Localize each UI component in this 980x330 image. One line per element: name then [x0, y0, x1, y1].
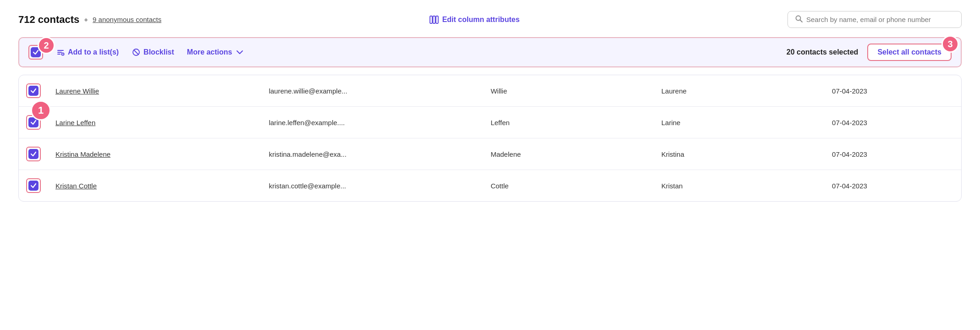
table-row: 1 Larine Leffen larine.leffen@example...…: [19, 107, 961, 138]
contacts-table: Laurene Willie laurene.willie@example...…: [19, 75, 961, 201]
contacts-table-wrapper: Laurene Willie laurene.willie@example...…: [18, 75, 962, 202]
contact-email: kristan.cottle@example...: [261, 170, 483, 202]
table-row: Laurene Willie laurene.willie@example...…: [19, 75, 961, 107]
header-left: 712 contacts + 9 anonymous contacts: [18, 14, 161, 26]
contacts-count: 712 contacts: [18, 14, 79, 26]
contact-firstname: Laurene: [654, 75, 825, 107]
contact-date: 07-04-2023: [825, 138, 961, 170]
contact-name[interactable]: Kristina Madelene: [48, 138, 261, 170]
contact-lastname: Willie: [483, 75, 654, 107]
svg-rect-6: [57, 52, 62, 53]
chevron-down-icon: [237, 48, 243, 56]
badge-3: 3: [941, 35, 959, 53]
badge-2: 2: [38, 37, 55, 54]
svg-line-4: [800, 20, 803, 22]
contact-lastname: Leffen: [483, 107, 654, 138]
add-to-list-label: Add to a list(s): [68, 48, 119, 56]
plus-separator: +: [84, 16, 88, 23]
svg-rect-5: [57, 50, 64, 51]
row-checkbox-highlight-0: [26, 83, 41, 98]
row-checkbox-cell: [19, 170, 48, 202]
svg-line-10: [134, 50, 139, 55]
toolbar-right: 20 contacts selected 3 Select all contac…: [787, 44, 952, 61]
add-to-list-icon: [56, 48, 65, 57]
select-all-checkbox-wrapper: 2: [28, 45, 43, 60]
row-checkbox-cell: [19, 138, 48, 170]
svg-rect-2: [436, 16, 438, 23]
row-checkbox-highlight-2: [26, 147, 41, 161]
svg-rect-0: [430, 16, 432, 23]
row-checkbox-cell: 1: [19, 107, 48, 138]
contact-name[interactable]: Kristan Cottle: [48, 170, 261, 202]
svg-rect-7: [57, 54, 61, 55]
contact-date: 07-04-2023: [825, 170, 961, 202]
more-actions-label: More actions: [187, 48, 232, 56]
table-row: Kristan Cottle kristan.cottle@example...…: [19, 170, 961, 202]
contact-email: larine.leffen@example....: [261, 107, 483, 138]
contact-name[interactable]: Laurene Willie: [48, 75, 261, 107]
contact-email: kristina.madelene@exa...: [261, 138, 483, 170]
contact-date: 07-04-2023: [825, 75, 961, 107]
contact-date: 07-04-2023: [825, 107, 961, 138]
search-icon: [795, 15, 803, 24]
contact-firstname: Larine: [654, 107, 825, 138]
selected-count: 20 contacts selected: [787, 48, 859, 56]
contact-firstname: Kristan: [654, 170, 825, 202]
row-checkbox-2[interactable]: [28, 149, 39, 159]
contact-name[interactable]: Larine Leffen: [48, 107, 261, 138]
search-input[interactable]: [806, 16, 954, 23]
contact-email: laurene.willie@example...: [261, 75, 483, 107]
blocklist-icon: [132, 48, 141, 57]
toolbar-row: 2: [18, 37, 962, 67]
anonymous-contacts-link[interactable]: 9 anonymous contacts: [93, 16, 161, 23]
contact-lastname: Cottle: [483, 170, 654, 202]
select-all-contacts-button[interactable]: Select all contacts: [867, 44, 952, 61]
table-row: Kristina Madelene kristina.madelene@exa.…: [19, 138, 961, 170]
edit-columns-label: Edit column attributes: [442, 16, 520, 24]
columns-icon: [429, 16, 439, 24]
toolbar-left: 2: [28, 45, 243, 60]
blocklist-button[interactable]: Blocklist: [132, 48, 174, 57]
blocklist-label: Blocklist: [143, 48, 174, 56]
row-checkbox-0[interactable]: [28, 86, 39, 96]
edit-columns-button[interactable]: Edit column attributes: [429, 16, 520, 24]
search-box[interactable]: [787, 11, 962, 28]
svg-rect-1: [433, 16, 435, 23]
header-row: 712 contacts + 9 anonymous contacts Edit…: [18, 11, 962, 28]
row-checkbox-3[interactable]: [28, 181, 39, 191]
contact-firstname: Kristina: [654, 138, 825, 170]
badge-3-wrapper: 3 Select all contacts: [867, 44, 952, 61]
badge-1-wrapper: 1: [26, 115, 41, 130]
add-to-list-button[interactable]: Add to a list(s): [56, 48, 119, 57]
contact-lastname: Madelene: [483, 138, 654, 170]
more-actions-button[interactable]: More actions: [187, 48, 243, 56]
badge-1: 1: [31, 100, 51, 121]
row-checkbox-highlight-3: [26, 178, 41, 193]
